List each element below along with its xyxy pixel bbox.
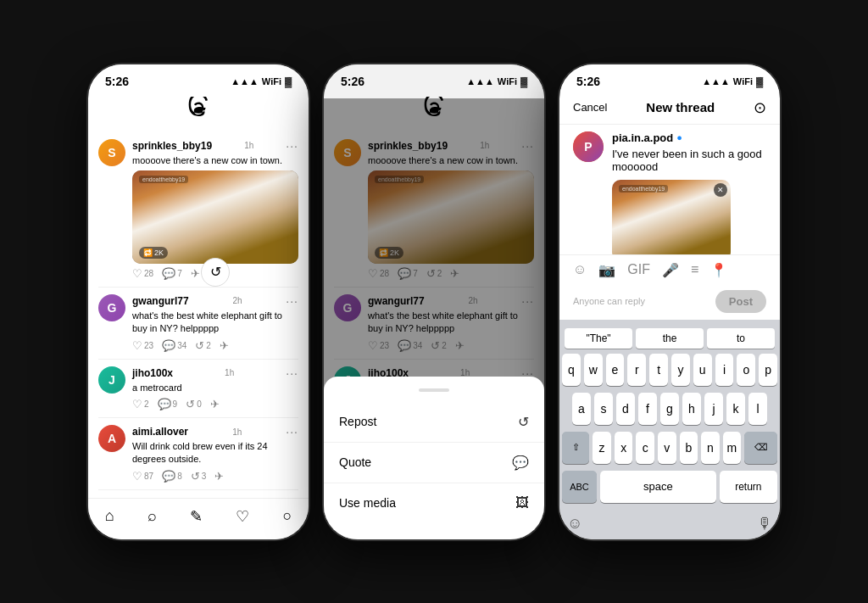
key-p[interactable]: p <box>759 354 777 386</box>
dots-1-4[interactable]: ··· <box>286 425 298 438</box>
dots-1-1[interactable]: ··· <box>286 139 298 153</box>
key-abc[interactable]: ABC <box>562 471 597 503</box>
watermark-1-1: endoatthebby19 <box>139 176 188 183</box>
key-o[interactable]: o <box>737 354 755 386</box>
suggestion-1[interactable]: the <box>636 328 704 349</box>
key-l[interactable]: l <box>748 393 767 425</box>
modal-quote[interactable]: Quote 💬 <box>324 443 544 483</box>
comments-1-1[interactable]: 💬 7 <box>162 267 182 280</box>
status-icons-1: ▲▲▲ WiFi ▓ <box>231 76 292 87</box>
likes-1-4[interactable]: ♡87 <box>132 470 153 483</box>
key-shift[interactable]: ⇧ <box>562 432 589 464</box>
phone-2: 5:26 ▲▲▲ WiFi ▓ S sprink <box>324 64 544 539</box>
meta-1-2: 2h <box>232 296 242 305</box>
mic-icon[interactable]: 🎤 <box>662 262 679 278</box>
modal-repost[interactable]: Repost ↺ <box>324 402 544 443</box>
comments-1-2[interactable]: 💬34 <box>162 339 186 352</box>
keyboard: "The" the to q w e r t y u i o p a s d f <box>559 320 780 539</box>
key-b[interactable]: b <box>680 432 698 464</box>
reposts-1-2[interactable]: ↺2 <box>195 339 211 352</box>
post-header-1-3: jiho100x 1h ··· <box>132 366 298 380</box>
emoji-keyboard-icon[interactable]: ☺ <box>567 515 582 533</box>
share-1-4[interactable]: ✈ <box>214 470 224 483</box>
text-1-2: what's the best white elephant gift to b… <box>132 310 298 336</box>
reposts-1-3[interactable]: ↺0 <box>186 398 202 410</box>
key-k[interactable]: k <box>726 393 745 425</box>
key-a[interactable]: a <box>572 393 591 425</box>
likes-1-3[interactable]: ♡2 <box>132 398 149 410</box>
comments-1-4[interactable]: 💬8 <box>162 470 182 483</box>
modal-media[interactable]: Use media 🖼 <box>324 483 544 522</box>
cancel-button[interactable]: Cancel <box>573 101 607 114</box>
key-x[interactable]: x <box>615 432 633 464</box>
key-return[interactable]: return <box>720 471 777 503</box>
compose-body: P pia.in.a.pod ● I've never been in such… <box>559 125 780 254</box>
gif-icon[interactable]: GIF <box>627 262 650 278</box>
key-r[interactable]: r <box>627 354 646 386</box>
avatar-sprinkles-1: S <box>98 139 125 166</box>
key-n[interactable]: n <box>701 432 720 464</box>
key-f[interactable]: f <box>638 393 657 425</box>
nav-heart-1[interactable]: ♡ <box>236 507 249 526</box>
camera-icon[interactable]: 📷 <box>598 262 615 278</box>
likes-1-2[interactable]: ♡23 <box>132 339 153 352</box>
dots-1-3[interactable]: ··· <box>286 366 298 380</box>
key-y[interactable]: y <box>671 354 690 386</box>
key-h[interactable]: h <box>682 393 701 425</box>
dots-1-2[interactable]: ··· <box>286 294 298 308</box>
nav-search-1[interactable]: ⌕ <box>147 507 157 525</box>
repost-icon: ↺ <box>518 414 529 430</box>
share-1-1[interactable]: ✈ <box>191 267 200 280</box>
likes-1-1[interactable]: ♡ 28 <box>132 267 153 280</box>
reposts-1-4[interactable]: ↺3 <box>191 470 207 483</box>
nav-home-1[interactable]: ⌂ <box>105 507 114 525</box>
image-1-1: endoatthebby19 🔁2K <box>132 170 298 264</box>
comments-1-3[interactable]: 💬9 <box>158 398 178 410</box>
key-w[interactable]: w <box>584 354 603 386</box>
media-icon: 🖼 <box>515 495 529 511</box>
repost-circle-1[interactable]: ↺ <box>201 258 230 287</box>
key-i[interactable]: i <box>715 354 734 386</box>
keyboard-row-3: ⇧ z x c v b n m ⌫ <box>562 432 777 464</box>
count-badge-1-1: 🔁2K <box>139 247 168 259</box>
key-v[interactable]: v <box>658 432 676 464</box>
key-s[interactable]: s <box>594 393 613 425</box>
key-e[interactable]: e <box>606 354 625 386</box>
key-z[interactable]: z <box>593 432 611 464</box>
share-1-2[interactable]: ✈ <box>220 339 229 352</box>
emoji-icon[interactable]: ☺ <box>573 262 587 278</box>
meta-1-4: 1h <box>232 427 242 437</box>
mic-keyboard-icon[interactable]: 🎙 <box>757 515 772 533</box>
post-content-1-1: sprinkles_bby19 1h ··· moooove there's a… <box>132 139 298 280</box>
meta-1-3: 1h <box>225 368 234 377</box>
key-j[interactable]: j <box>704 393 723 425</box>
actions-1-1: ♡ 28 💬 7 ↺ ✈ <box>132 267 298 280</box>
keyboard-suggestions: "The" the to <box>562 325 777 354</box>
nav-compose-1[interactable]: ✎ <box>190 507 203 526</box>
repost-label: Repost <box>339 415 376 428</box>
location-icon[interactable]: 📍 <box>710 262 727 278</box>
key-delete[interactable]: ⌫ <box>744 432 777 464</box>
suggestion-0[interactable]: "The" <box>565 328 632 349</box>
post-1-1: S sprinkles_bby19 1h ··· moooove there's… <box>98 132 298 288</box>
remove-image-button[interactable]: ✕ <box>714 183 727 197</box>
compose-text-area[interactable]: I've never been in such a good moooood <box>612 148 766 173</box>
key-space[interactable]: space <box>600 471 716 503</box>
username-1-1: sprinkles_bby19 <box>132 140 212 152</box>
key-d[interactable]: d <box>616 393 635 425</box>
nav-bar-1: ⌂ ⌕ ✎ ♡ ○ <box>88 498 309 539</box>
list-icon[interactable]: ≡ <box>691 262 698 278</box>
post-button[interactable]: Post <box>715 290 766 313</box>
post-1-4: A aimi.allover 1h ··· Will drink cold br… <box>98 418 298 490</box>
key-g[interactable]: g <box>660 393 679 425</box>
nav-profile-1[interactable]: ○ <box>283 507 292 525</box>
share-1-3[interactable]: ✈ <box>210 398 220 410</box>
key-u[interactable]: u <box>693 354 712 386</box>
suggestion-2[interactable]: to <box>707 328 775 349</box>
key-m[interactable]: m <box>723 432 742 464</box>
key-c[interactable]: c <box>636 432 654 464</box>
compose-avatar: P <box>573 131 604 162</box>
key-t[interactable]: t <box>649 354 668 386</box>
options-button[interactable]: ⊙ <box>754 98 766 117</box>
key-q[interactable]: q <box>562 354 581 386</box>
